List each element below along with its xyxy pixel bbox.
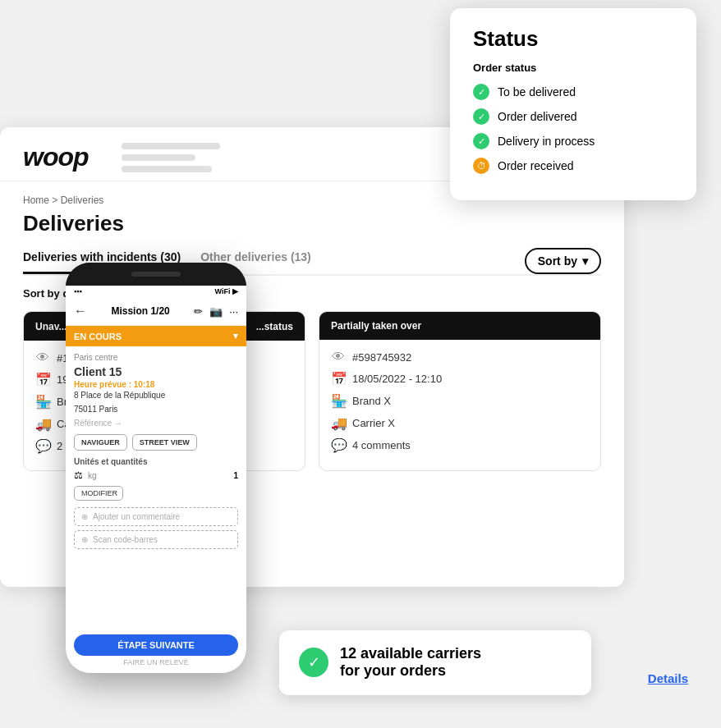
scan-field[interactable]: ⊕ Scan code-barres <box>74 530 238 549</box>
status-label-3: Delivery in process <box>498 135 595 148</box>
sort-button-label: Sort by <box>538 254 577 268</box>
phone-status-pill: EN COURS ▾ <box>66 326 246 346</box>
status-item-3: ✓ Delivery in process <box>473 133 673 149</box>
scan-icon: ⊕ <box>81 535 88 544</box>
status-label-2: Order delivered <box>498 110 577 123</box>
order-date-right: 18/05/2022 - 12:10 <box>352 373 442 385</box>
phone-screen: ← Mission 1/20 ✏ 📷 ··· EN COURS ▾ Paris … <box>66 297 246 673</box>
calendar-icon-right: 📅 <box>331 371 346 387</box>
status-item-2: ✓ Order delivered <box>473 108 673 125</box>
phone-units-title: Unités et quantités <box>74 457 238 466</box>
unit-label: kg <box>88 471 228 480</box>
status-chevron-icon: ▾ <box>233 331 238 341</box>
logo: woop <box>23 142 89 172</box>
status-label-1: To be delivered <box>498 85 576 98</box>
phone-address-line2: 75011 Paris <box>74 405 238 414</box>
fingerprint-icon-right: 👁 <box>331 350 346 364</box>
phone-actions: ✏ 📷 ··· <box>194 305 238 318</box>
page-title: Deliveries <box>23 211 601 236</box>
comment-field[interactable]: ⊕ Ajouter un commentaire <box>74 507 238 526</box>
phone-content: Paris centre Client 15 Heure prévue : 10… <box>66 346 246 630</box>
store-icon-left: 🏪 <box>35 394 50 410</box>
order-brand-right: Brand X <box>352 395 391 407</box>
phone-notch-bar <box>131 272 181 277</box>
card-header-label-left: Unav... <box>35 321 67 332</box>
order-carrier-right: Carrier X <box>352 417 395 429</box>
scan-placeholder: Scan code-barres <box>93 535 158 544</box>
phone-client: Client 15 <box>74 365 238 378</box>
status-item-1: ✓ To be delivered <box>473 84 673 100</box>
comment-placeholder: Ajouter un commentaire <box>93 512 180 521</box>
order-comments-right: 4 comments <box>352 439 411 451</box>
edit-icon[interactable]: ✏ <box>194 305 203 318</box>
chevron-down-icon: ▾ <box>582 254 588 268</box>
order-id-right: #598745932 <box>352 351 411 364</box>
unit-icon: ⚖ <box>74 469 83 481</box>
card-status-left: ...status <box>256 321 293 332</box>
truck-icon-right: 🚚 <box>331 415 346 431</box>
card-row-brand-right: 🏪 Brand X <box>331 393 589 409</box>
clock-icon: ⏱ <box>473 158 489 174</box>
card-row-date-right: 📅 18/05/2022 - 12:10 <box>331 371 589 387</box>
carrier-text-line2: for your orders <box>340 662 481 680</box>
details-link[interactable]: Details <box>648 671 688 685</box>
phone-location: Paris centre <box>74 353 238 362</box>
phone-wifi: WiFi ▶ <box>215 287 238 295</box>
check-icon-3: ✓ <box>473 133 489 149</box>
truck-icon-left: 🚚 <box>35 416 50 432</box>
carrier-overlay: ✓ 12 available carriers for your orders <box>279 630 591 695</box>
check-icon-1: ✓ <box>473 84 489 100</box>
phone-unit-row: ⚖ kg 1 <box>74 469 238 481</box>
phone-reference: Référence → <box>74 419 238 428</box>
modifier-button[interactable]: MODIFIER <box>74 486 123 501</box>
header-line-2 <box>122 154 195 161</box>
next-step-button[interactable]: ÉTAPE SUIVANTE <box>74 634 238 656</box>
releve-label: FAIRE UN RELEVÉ <box>74 658 238 666</box>
phone-time-value: 10:18 <box>134 380 155 389</box>
card-row-id-right: 👁 #598745932 <box>331 350 589 364</box>
card-header-right: Partially taken over <box>319 312 600 340</box>
phone-status-label: EN COURS <box>74 332 122 341</box>
back-icon[interactable]: ← <box>74 304 87 318</box>
header-line-1 <box>122 143 220 149</box>
sort-button[interactable]: Sort by ▾ <box>525 248 601 274</box>
tooltip-title: Status <box>473 26 673 52</box>
phone-top-bar: ← Mission 1/20 ✏ 📷 ··· <box>66 297 246 326</box>
carrier-text: 12 available carriers for your orders <box>340 645 481 680</box>
street-view-button[interactable]: STREET VIEW <box>132 434 197 451</box>
phone-mission: Mission 1/20 <box>111 305 169 317</box>
phone-time: Heure prévue : 10:18 <box>74 380 238 389</box>
status-tooltip: Status Order status ✓ To be delivered ✓ … <box>450 8 696 200</box>
comment-icon: ⊕ <box>81 512 88 521</box>
camera-icon[interactable]: 📷 <box>209 305 223 318</box>
check-icon-2: ✓ <box>473 108 489 125</box>
tooltip-subtitle: Order status <box>473 62 673 74</box>
phone-mockup: ▪▪▪ WiFi ▶ ← Mission 1/20 ✏ 📷 ··· EN COU… <box>66 263 246 673</box>
comment-icon-right: 💬 <box>331 437 346 453</box>
card-body-right: 👁 #598745932 📅 18/05/2022 - 12:10 🏪 Bran… <box>319 340 600 469</box>
card-row-carrier-right: 🚚 Carrier X <box>331 415 589 431</box>
carrier-check-icon: ✓ <box>299 648 328 677</box>
status-label-4: Order received <box>498 159 574 172</box>
phone-notch <box>66 263 246 286</box>
carrier-text-line1: 12 available carriers <box>340 645 481 663</box>
store-icon-right: 🏪 <box>331 393 346 409</box>
card-row-comments-right: 💬 4 comments <box>331 437 589 453</box>
more-icon[interactable]: ··· <box>229 305 238 318</box>
phone-signal: ▪▪▪ <box>74 287 82 295</box>
phone-address-line1: 8 Place de la République <box>74 391 238 400</box>
comment-icon-left: 💬 <box>35 438 50 454</box>
phone-bottom: ÉTAPE SUIVANTE FAIRE UN RELEVÉ <box>66 630 246 673</box>
calendar-icon-left: 📅 <box>35 372 50 387</box>
phone-time-label: Heure prévue : <box>74 380 131 389</box>
phone-status-bar: ▪▪▪ WiFi ▶ <box>66 286 246 297</box>
fingerprint-icon-left: 👁 <box>35 350 50 365</box>
navigate-button[interactable]: NAVIGUER <box>74 434 127 451</box>
status-item-4: ⏱ Order received <box>473 158 673 174</box>
delivery-card-right-partial: Partially taken over 👁 #598745932 📅 18/0… <box>319 311 601 471</box>
card-header-label-right: Partially taken over <box>331 320 421 332</box>
phone-btn-row: NAVIGUER STREET VIEW <box>74 434 238 451</box>
header-line-3 <box>122 166 212 172</box>
unit-qty: 1 <box>233 471 238 480</box>
